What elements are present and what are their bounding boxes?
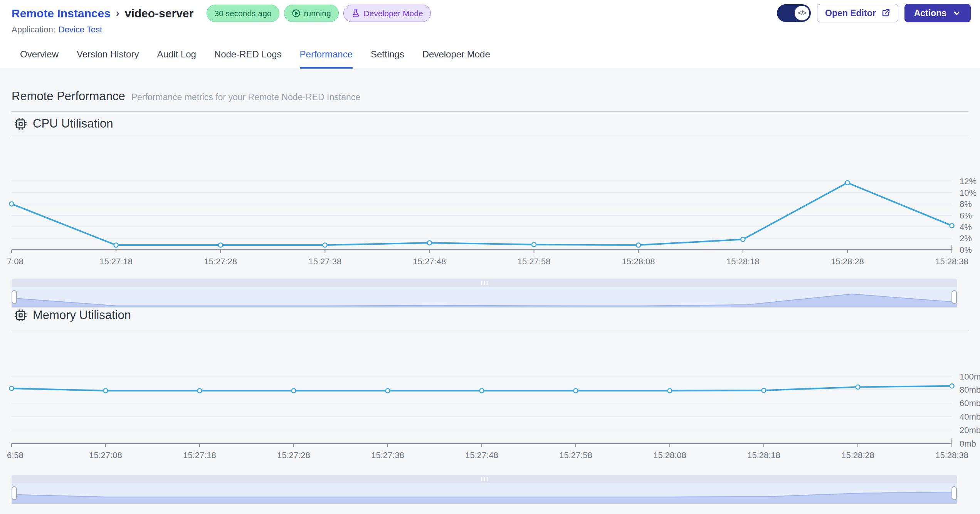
- flask-icon: [351, 9, 360, 18]
- svg-text:15:28:18: 15:28:18: [726, 257, 760, 266]
- breadcrumb-remote-instances-link[interactable]: Remote Instances: [12, 7, 111, 20]
- range-handle-left[interactable]: [12, 486, 17, 500]
- play-circle-icon: [292, 9, 301, 18]
- svg-text:4%: 4%: [960, 222, 972, 232]
- actions-label: Actions: [914, 8, 946, 18]
- grip-icon: [481, 477, 487, 481]
- svg-text:0%: 0%: [960, 245, 972, 255]
- page-subtitle: Performance metrics for your Remote Node…: [131, 92, 360, 102]
- svg-text:6:58: 6:58: [7, 450, 24, 460]
- divider: [12, 136, 968, 136]
- running-status-badge: running: [284, 5, 339, 22]
- grip-icon: [481, 281, 487, 285]
- code-icon: </>: [795, 6, 809, 20]
- svg-text:15:28:38: 15:28:38: [935, 257, 968, 266]
- developer-mode-label: Developer Mode: [364, 9, 423, 18]
- svg-text:15:28:18: 15:28:18: [747, 450, 780, 460]
- header-controls: </> Open Editor Actions: [777, 4, 971, 22]
- breadcrumb-separator: ›: [116, 7, 119, 19]
- tab-audit-log[interactable]: Audit Log: [157, 49, 196, 69]
- open-editor-label: Open Editor: [825, 8, 876, 18]
- svg-text:2%: 2%: [960, 233, 972, 243]
- range-preview-area: [12, 287, 957, 307]
- cpu-utilisation-chart[interactable]: 0%2%4%6%8%10%12%7:0815:27:1815:27:2815:2…: [12, 162, 980, 270]
- svg-text:100mb: 100mb: [960, 372, 980, 381]
- cpu-chart-range-selector[interactable]: [12, 279, 957, 307]
- svg-text:15:28:08: 15:28:08: [622, 257, 655, 266]
- cpu-section-header: CPU Utilisation: [15, 117, 113, 131]
- svg-text:15:28:08: 15:28:08: [653, 450, 686, 460]
- application-row: Application: Device Test: [12, 25, 102, 35]
- divider: [12, 111, 968, 112]
- cpu-chip-icon: [15, 118, 27, 130]
- svg-text:15:28:28: 15:28:28: [841, 450, 874, 460]
- memory-chart-range-selector[interactable]: [12, 475, 957, 504]
- svg-text:40mb: 40mb: [960, 412, 980, 422]
- cpu-section-title: CPU Utilisation: [33, 117, 113, 131]
- svg-text:60mb: 60mb: [960, 398, 980, 408]
- svg-text:8%: 8%: [960, 199, 972, 209]
- developer-mode-toggle[interactable]: </>: [777, 4, 811, 22]
- svg-text:15:28:28: 15:28:28: [831, 257, 864, 266]
- svg-text:10%: 10%: [960, 188, 977, 198]
- tab-developer-mode[interactable]: Developer Mode: [422, 49, 490, 69]
- svg-text:15:27:28: 15:27:28: [277, 450, 310, 460]
- breadcrumb: Remote Instances › video-server 30 secon…: [12, 5, 431, 22]
- svg-text:15:27:08: 15:27:08: [89, 450, 122, 460]
- instance-name: video-server: [125, 7, 193, 20]
- range-drag-bar[interactable]: [12, 279, 957, 287]
- divider: [12, 331, 968, 331]
- svg-text:15:27:58: 15:27:58: [518, 257, 551, 266]
- developer-mode-badge: Developer Mode: [343, 5, 431, 22]
- tab-node-red-logs[interactable]: Node-RED Logs: [214, 49, 282, 69]
- range-handle-right[interactable]: [951, 290, 957, 304]
- application-link[interactable]: Device Test: [59, 25, 102, 35]
- last-seen-badge: 30 seconds ago: [207, 5, 279, 22]
- page-title: Remote Performance: [12, 89, 125, 103]
- remote-instance-performance-page: Remote Instances › video-server 30 secon…: [0, 0, 980, 514]
- svg-text:15:27:18: 15:27:18: [99, 257, 133, 266]
- svg-text:15:27:28: 15:27:28: [204, 257, 237, 266]
- range-drag-bar[interactable]: [12, 475, 957, 483]
- status-badges: 30 seconds ago running Developer Mode: [207, 5, 430, 22]
- tab-settings[interactable]: Settings: [371, 49, 404, 69]
- memory-section-title: Memory Utilisation: [33, 308, 131, 322]
- svg-text:20mb: 20mb: [960, 425, 980, 435]
- tab-bar: Overview Version History Audit Log Node-…: [20, 49, 490, 69]
- actions-button[interactable]: Actions: [904, 4, 971, 22]
- range-handle-right[interactable]: [951, 486, 957, 500]
- svg-text:12%: 12%: [960, 176, 977, 186]
- svg-text:6%: 6%: [960, 211, 972, 220]
- page-header: Remote Instances › video-server 30 secon…: [0, 0, 980, 69]
- svg-text:7:08: 7:08: [7, 257, 24, 266]
- tab-overview[interactable]: Overview: [20, 49, 59, 69]
- external-link-icon: [881, 8, 890, 18]
- svg-text:15:28:38: 15:28:38: [935, 450, 968, 460]
- svg-text:15:27:48: 15:27:48: [465, 450, 498, 460]
- svg-text:80mb: 80mb: [960, 385, 980, 395]
- svg-text:15:27:18: 15:27:18: [183, 450, 216, 460]
- open-editor-button[interactable]: Open Editor: [817, 4, 898, 22]
- svg-text:15:27:38: 15:27:38: [371, 450, 404, 460]
- svg-text:0mb: 0mb: [960, 439, 976, 448]
- range-preview-area: [12, 483, 957, 504]
- memory-section-header: Memory Utilisation: [15, 308, 131, 322]
- svg-text:15:27:48: 15:27:48: [413, 257, 446, 266]
- svg-text:15:27:58: 15:27:58: [559, 450, 592, 460]
- svg-text:15:27:38: 15:27:38: [309, 257, 342, 266]
- memory-utilisation-chart[interactable]: 0mb20mb40mb60mb80mb100mb6:5815:27:0815:2…: [12, 345, 980, 461]
- range-handle-left[interactable]: [12, 290, 17, 304]
- section-title-row: Remote Performance Performance metrics f…: [12, 89, 360, 103]
- tab-performance[interactable]: Performance: [300, 49, 353, 69]
- running-status-label: running: [304, 9, 331, 18]
- last-seen-label: 30 seconds ago: [214, 9, 271, 18]
- chevron-down-icon: [952, 9, 961, 18]
- application-label: Application:: [12, 25, 55, 35]
- tab-version-history[interactable]: Version History: [77, 49, 139, 69]
- memory-chip-icon: [15, 309, 27, 321]
